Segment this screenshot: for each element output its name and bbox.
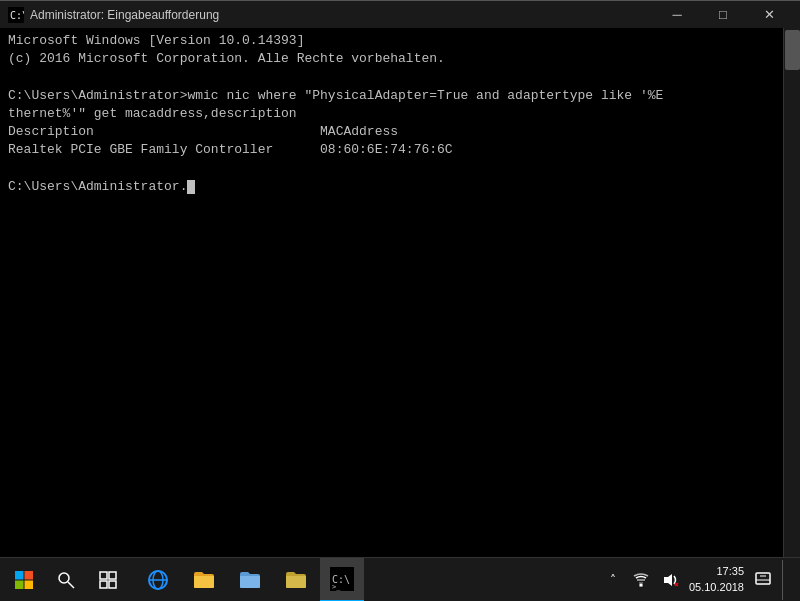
volume-button[interactable] xyxy=(659,560,683,600)
svg-point-23 xyxy=(639,583,642,586)
cmd-icon: C:\ >_ xyxy=(330,567,354,591)
svg-rect-16 xyxy=(240,576,260,588)
svg-rect-8 xyxy=(100,572,107,579)
ie-icon xyxy=(146,568,170,592)
title-bar: C:\ Administrator: Eingabeaufforderung ─… xyxy=(0,0,800,28)
terminal-icon: C:\ xyxy=(8,7,24,23)
taskbar-left xyxy=(0,560,132,600)
clock-date: 05.10.2018 xyxy=(689,580,744,595)
windows-logo-icon xyxy=(14,570,34,590)
folder3-button[interactable] xyxy=(274,558,318,602)
search-icon xyxy=(57,571,75,589)
terminal-line4: C:\Users\Administrator>wmic nic where "P… xyxy=(8,88,663,194)
folder-icon xyxy=(192,568,216,592)
svg-rect-22 xyxy=(637,579,645,581)
svg-text:>_: >_ xyxy=(332,583,341,591)
notification-button[interactable] xyxy=(750,560,776,600)
svg-rect-17 xyxy=(286,576,306,588)
search-button[interactable] xyxy=(46,560,86,600)
taskview-button[interactable] xyxy=(88,560,128,600)
svg-line-7 xyxy=(68,582,74,588)
show-desktop-button[interactable] xyxy=(782,560,792,600)
folder2-button[interactable] xyxy=(228,558,272,602)
folder3-icon xyxy=(284,568,308,592)
close-button[interactable]: ✕ xyxy=(746,1,792,29)
svg-rect-9 xyxy=(109,572,116,579)
scrollbar[interactable] xyxy=(783,28,800,557)
window-controls: ─ □ ✕ xyxy=(654,1,792,29)
clock[interactable]: 17:35 05.10.2018 xyxy=(689,564,744,595)
svg-rect-15 xyxy=(194,576,214,588)
taskbar-right: ˄ 17:35 05.10.2018 xyxy=(595,560,800,600)
notification-icon xyxy=(755,572,771,588)
svg-rect-5 xyxy=(25,580,34,589)
start-button[interactable] xyxy=(4,560,44,600)
taskview-icon xyxy=(99,571,117,589)
maximize-button[interactable]: □ xyxy=(700,1,746,29)
folder2-icon xyxy=(238,568,262,592)
cmd-button[interactable]: C:\ >_ xyxy=(320,558,364,602)
taskbar: C:\ >_ ˄ xyxy=(0,557,800,601)
tray-chevron-icon: ˄ xyxy=(610,573,616,587)
terminal-window: Microsoft Windows [Version 10.0.14393] (… xyxy=(0,28,800,557)
svg-text:C:\: C:\ xyxy=(10,10,24,21)
network-button[interactable] xyxy=(629,560,653,600)
window-title: Administrator: Eingabeaufforderung xyxy=(30,8,654,22)
scrollbar-thumb[interactable] xyxy=(785,30,800,70)
clock-time: 17:35 xyxy=(689,564,744,579)
volume-icon xyxy=(662,572,680,588)
tray-expand-button[interactable]: ˄ xyxy=(603,565,623,595)
svg-rect-3 xyxy=(25,571,34,580)
terminal-line1: Microsoft Windows [Version 10.0.14393] xyxy=(8,33,304,48)
svg-rect-26 xyxy=(756,573,770,584)
svg-rect-11 xyxy=(109,581,116,588)
svg-point-6 xyxy=(59,573,69,583)
ie-button[interactable] xyxy=(136,558,180,602)
terminal-content: Microsoft Windows [Version 10.0.14393] (… xyxy=(8,32,792,196)
cursor xyxy=(187,180,195,194)
explorer-button[interactable] xyxy=(182,558,226,602)
minimize-button[interactable]: ─ xyxy=(654,1,700,29)
svg-rect-10 xyxy=(100,581,107,588)
svg-rect-2 xyxy=(15,571,24,580)
network-icon xyxy=(633,572,649,588)
taskbar-middle: C:\ >_ xyxy=(132,558,595,602)
terminal-line2: (c) 2016 Microsoft Corporation. Alle Rec… xyxy=(8,51,445,66)
svg-rect-4 xyxy=(15,580,24,589)
